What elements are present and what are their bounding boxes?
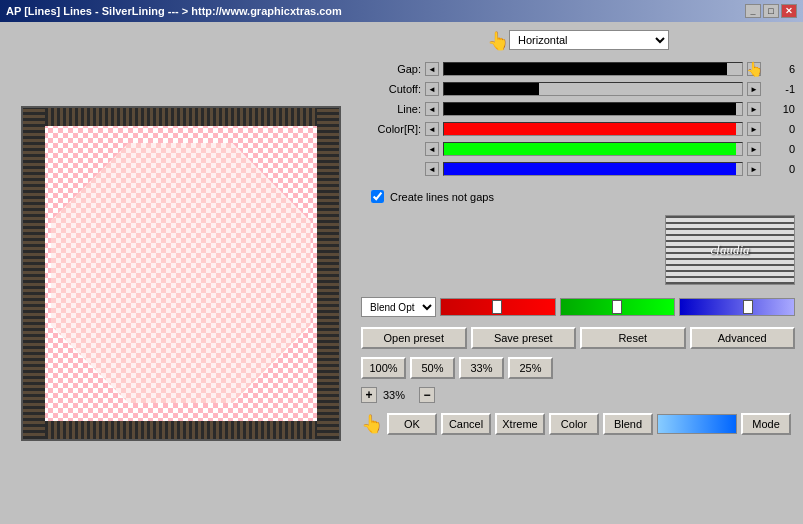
zoom-minus-button[interactable]: −: [419, 387, 435, 403]
mode-button[interactable]: Mode: [741, 413, 791, 435]
blend-button[interactable]: Blend: [603, 413, 653, 435]
cutoff-slider-fill: [444, 83, 539, 95]
color-b-slider-row: ◄ ► 0: [361, 160, 795, 178]
color-r-increment-button[interactable]: ►: [747, 122, 761, 136]
dark-border-bottom: [45, 421, 317, 439]
zoom-row: 100% 50% 33% 25%: [361, 357, 795, 379]
close-button[interactable]: ✕: [781, 4, 797, 18]
gap-increment-button[interactable]: 👆: [747, 62, 761, 76]
checkbox-row: Create lines not gaps: [361, 190, 795, 203]
gap-decrement-button[interactable]: ◄: [425, 62, 439, 76]
thumbnail-text: claudia: [666, 216, 794, 284]
color-b-value: 0: [765, 163, 795, 175]
cancel-button[interactable]: Cancel: [441, 413, 491, 435]
blend-mode-dropdown[interactable]: Blend Opti: [361, 297, 436, 317]
octagon-shape: [51, 143, 311, 403]
color-r-decrement-button[interactable]: ◄: [425, 122, 439, 136]
open-preset-button[interactable]: Open preset: [361, 327, 467, 349]
color-g-increment-button[interactable]: ►: [747, 142, 761, 156]
dark-border-right: [317, 108, 339, 439]
color-r-slider-fill: [444, 123, 736, 135]
line-decrement-button[interactable]: ◄: [425, 102, 439, 116]
zoom-33-button[interactable]: 33%: [459, 357, 504, 379]
color-r-slider-row: Color[R]: ◄ ► 0: [361, 120, 795, 138]
zoom-plus-button[interactable]: +: [361, 387, 377, 403]
checkbox-label: Create lines not gaps: [390, 191, 494, 203]
preview-canvas: [21, 106, 341, 441]
color-button[interactable]: Color: [549, 413, 599, 435]
main-content: 👆 Horizontal Vertical Diagonal Gap: ◄ 👆 …: [0, 22, 803, 524]
color-b-slider-fill: [444, 163, 736, 175]
color-swatch: [657, 414, 737, 434]
line-slider-row: Line: ◄ ► 10: [361, 100, 795, 118]
color-r-value: 0: [765, 123, 795, 135]
bottom-action-row: 👆 OK Cancel Xtreme Color Blend Mode: [361, 413, 795, 435]
red-blend-slider[interactable]: [440, 298, 556, 316]
zoom-current-value: 33%: [383, 389, 413, 401]
line-slider-fill: [444, 103, 736, 115]
hand-pointer-icon: 👆: [487, 30, 509, 52]
minimize-button[interactable]: _: [745, 4, 761, 18]
color-b-decrement-button[interactable]: ◄: [425, 162, 439, 176]
ok-button[interactable]: OK: [387, 413, 437, 435]
maximize-button[interactable]: □: [763, 4, 779, 18]
color-r-slider-track[interactable]: [443, 122, 743, 136]
zoom-25-button[interactable]: 25%: [508, 357, 553, 379]
title-bar: AP [Lines] Lines - SilverLining --- > ht…: [0, 0, 803, 22]
line-increment-button[interactable]: ►: [747, 102, 761, 116]
hand-icon-gap: 👆: [746, 61, 763, 77]
dark-border-left: [23, 108, 45, 439]
cutoff-increment-button[interactable]: ►: [747, 82, 761, 96]
advanced-button[interactable]: Advanced: [690, 327, 796, 349]
title-bar-buttons: _ □ ✕: [745, 4, 797, 18]
xtreme-button[interactable]: Xtreme: [495, 413, 545, 435]
blue-blend-slider[interactable]: [679, 298, 795, 316]
orientation-dropdown[interactable]: Horizontal Vertical Diagonal: [509, 30, 669, 50]
blue-blend-thumb[interactable]: [743, 300, 753, 314]
color-g-value: 0: [765, 143, 795, 155]
color-g-slider-row: ◄ ► 0: [361, 140, 795, 158]
cutoff-decrement-button[interactable]: ◄: [425, 82, 439, 96]
thumbnail-container: claudia: [361, 215, 795, 285]
reset-button[interactable]: Reset: [580, 327, 686, 349]
dropdown-row: 👆 Horizontal Vertical Diagonal: [361, 30, 795, 52]
zoom-100-button[interactable]: 100%: [361, 357, 406, 379]
cutoff-slider-track[interactable]: [443, 82, 743, 96]
gap-slider-fill: [444, 63, 727, 75]
window-title: AP [Lines] Lines - SilverLining --- > ht…: [6, 5, 342, 17]
gap-value: 6: [765, 63, 795, 75]
preview-thumbnail: claudia: [665, 215, 795, 285]
controls-panel: 👆 Horizontal Vertical Diagonal Gap: ◄ 👆 …: [361, 30, 795, 516]
create-lines-checkbox[interactable]: [371, 190, 384, 203]
gap-slider-row: Gap: ◄ 👆 6: [361, 60, 795, 78]
octagon-container: [43, 128, 319, 419]
gap-label: Gap:: [361, 63, 421, 75]
dark-border-top: [45, 108, 317, 126]
color-r-label: Color[R]:: [361, 123, 421, 135]
hand-pointer-bottom-icon: 👆: [361, 413, 383, 435]
color-g-decrement-button[interactable]: ◄: [425, 142, 439, 156]
color-b-increment-button[interactable]: ►: [747, 162, 761, 176]
color-g-slider-track[interactable]: [443, 142, 743, 156]
octagon-fill: [51, 143, 311, 403]
color-b-slider-track[interactable]: [443, 162, 743, 176]
red-blend-thumb[interactable]: [492, 300, 502, 314]
cutoff-label: Cutoff:: [361, 83, 421, 95]
cutoff-slider-row: Cutoff: ◄ ► -1: [361, 80, 795, 98]
line-value: 10: [765, 103, 795, 115]
zoom-50-button[interactable]: 50%: [410, 357, 455, 379]
preview-panel: [8, 30, 353, 516]
color-g-slider-fill: [444, 143, 736, 155]
save-preset-button[interactable]: Save preset: [471, 327, 577, 349]
gap-slider-track[interactable]: [443, 62, 743, 76]
preset-buttons-row: Open preset Save preset Reset Advanced: [361, 327, 795, 349]
line-label: Line:: [361, 103, 421, 115]
custom-zoom-row: + 33% −: [361, 387, 795, 403]
cutoff-value: -1: [765, 83, 795, 95]
green-blend-slider[interactable]: [560, 298, 676, 316]
line-slider-track[interactable]: [443, 102, 743, 116]
slider-section: Gap: ◄ 👆 6 Cutoff: ◄ ► -1: [361, 60, 795, 178]
blend-row: Blend Opti: [361, 297, 795, 317]
green-blend-thumb[interactable]: [612, 300, 622, 314]
